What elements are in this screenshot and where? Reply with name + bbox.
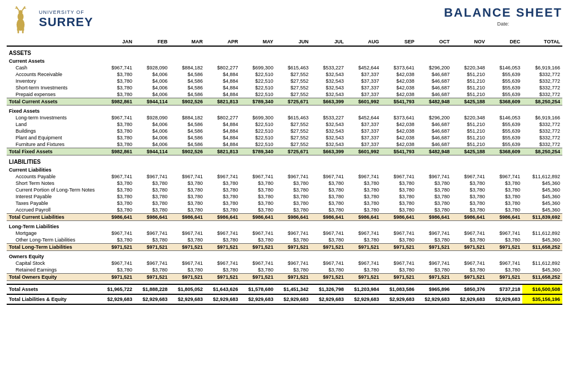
cash-label: Cash	[7, 64, 99, 71]
pe-label: Plant and Equipment	[7, 134, 99, 141]
mortgage-label: Mortgage	[7, 230, 99, 237]
accrued-label: Accrued Payroll	[7, 207, 99, 214]
current-assets-subheader: Current Assets	[7, 57, 562, 64]
page-header: UNIVERSITY OF SURREY BALANCE SHEET Date:	[7, 6, 562, 33]
ip-label: Interest Payable	[7, 193, 99, 200]
col-nov: NOV	[452, 38, 487, 46]
lt-investments-row: Long-term Investments $967,741 $928,090 …	[7, 114, 562, 121]
col-dec: DEC	[487, 38, 522, 46]
prepaid-row: Prepaid expenses $3,780 $4,006 $4,586 $4…	[7, 91, 562, 98]
page-title: BALANCE SHEET	[444, 6, 562, 20]
mortgage-row: Mortgage $967,741 $967,741 $967,741 $967…	[7, 230, 562, 237]
land-row: Land $3,780 $4,006 $4,586 $4,884 $22,510…	[7, 121, 562, 128]
svg-point-2	[18, 10, 22, 14]
col-sep: SEP	[381, 38, 416, 46]
accounts-payable-row: Accounts Payable $967,741 $967,741 $967,…	[7, 173, 562, 180]
interest-payable-row: Interest Payable $3,780 $3,780 $3,780 $3…	[7, 193, 562, 200]
logo-text: UNIVERSITY OF SURREY	[39, 9, 93, 29]
column-headers: JAN FEB MAR APR MAY JUN JUL AUG SEP OCT …	[7, 38, 562, 46]
equity-section-header: Owners Equity	[7, 251, 562, 260]
total-current-liab-row: Total Current Liabilities $986,641 $986,…	[7, 214, 562, 221]
col-feb: FEB	[134, 38, 169, 46]
total-fixed-assets-row: Total Fixed Assets $982,861 $944,114 $90…	[7, 148, 562, 155]
col-apr: APR	[205, 38, 240, 46]
svg-rect-12	[23, 28, 24, 31]
other-lt-liab-row: Other Long-Term Liabilities $3,780 $3,78…	[7, 237, 562, 244]
university-label: UNIVERSITY OF	[39, 9, 93, 15]
cs-label: Capital Stock	[7, 260, 99, 267]
ap-label: Accounts Payable	[7, 173, 99, 180]
tp-label: Taxes Payable	[7, 200, 99, 207]
ta-label: Total Assets	[7, 284, 99, 294]
col-jul: JUL	[311, 38, 346, 46]
col-total: TOTAL	[522, 38, 562, 46]
deer-logo-icon	[7, 6, 34, 33]
toe-label: Total Owners Equity	[7, 274, 99, 281]
total-current-assets-row: Total Current Assets $982,861 $944,114 $…	[7, 98, 562, 105]
col-jan: JAN	[99, 38, 134, 46]
furniture-label: Furniture and Fixtures	[7, 141, 99, 148]
total-assets-row: Total Assets $1,965,722 $1,888,228 $1,80…	[7, 284, 562, 294]
col-oct: OCT	[417, 38, 452, 46]
re-label: Retained Earnings	[7, 267, 99, 274]
taxes-payable-row: Taxes Payable $3,780 $3,780 $3,780 $3,78…	[7, 200, 562, 207]
tcl-label: Total Current Liabilities	[7, 214, 99, 221]
surrey-label: SURREY	[39, 15, 93, 29]
buildings-label: Buildings	[7, 128, 99, 134]
tle-label: Total Liabilities & Equity	[7, 294, 99, 304]
lt-liab-subheader: Long-Term Liabilities	[7, 221, 562, 230]
balance-sheet-table: JAN FEB MAR APR MAY JUN JUL AUG SEP OCT …	[7, 38, 562, 305]
furniture-row: Furniture and Fixtures $3,780 $4,006 $4,…	[7, 141, 562, 148]
retained-earnings-row: Retained Earnings $3,780 $3,780 $3,780 $…	[7, 267, 562, 274]
accounts-receivable-row: Accounts Receivable $3,780 $4,006 $4,586…	[7, 71, 562, 78]
buildings-row: Buildings $3,780 $4,006 $4,586 $4,884 $2…	[7, 128, 562, 134]
accrued-payroll-row: Accrued Payroll $3,780 $3,780 $3,780 $3,…	[7, 207, 562, 214]
stn-label: Short Term Notes	[7, 180, 99, 187]
col-header-label	[7, 38, 99, 46]
col-may: MAY	[240, 38, 275, 46]
date-label: Date:	[444, 21, 562, 27]
col-jun: JUN	[276, 38, 311, 46]
tca-label: Total Current Assets	[7, 98, 99, 105]
tfa-label: Total Fixed Assets	[7, 148, 99, 155]
ar-label: Accounts Receivable	[7, 71, 99, 78]
title-area: BALANCE SHEET Date:	[444, 6, 562, 27]
cash-row: Cash $967,741 $928,090 $884,182 $802,277…	[7, 64, 562, 71]
total-lt-liab-row: Total Long-Term Liabilities $971,521 $97…	[7, 244, 562, 251]
assets-section-header: ASSETS	[7, 46, 562, 57]
svg-rect-11	[17, 28, 19, 31]
plant-equipment-row: Plant and Equipment $3,780 $4,006 $4,586…	[7, 134, 562, 141]
inventory-label: Inventory	[7, 78, 99, 84]
logo-area: UNIVERSITY OF SURREY	[7, 6, 93, 33]
land-label: Land	[7, 121, 99, 128]
total-equity-row: Total Owners Equity $971,521 $971,521 $9…	[7, 274, 562, 281]
prepaid-label: Prepaid expenses	[7, 91, 99, 98]
col-mar: MAR	[169, 38, 204, 46]
current-lt-notes-row: Current Portion of Long-Term Notes $3,78…	[7, 187, 562, 193]
col-aug: AUG	[346, 38, 381, 46]
liabilities-section-header: LIABILITIES	[7, 155, 562, 166]
total-liab-equity-row: Total Liabilities & Equity $2,929,683 $2…	[7, 294, 562, 304]
sti-label: Short-term Investments	[7, 84, 99, 91]
capital-stock-row: Capital Stock $967,741 $967,741 $967,741…	[7, 260, 562, 267]
short-term-inv-row: Short-term Investments $3,780 $4,006 $4,…	[7, 84, 562, 91]
short-term-notes-row: Short Term Notes $3,780 $3,780 $3,780 $3…	[7, 180, 562, 187]
cltn-label: Current Portion of Long-Term Notes	[7, 187, 99, 193]
inventory-row: Inventory $3,780 $4,006 $4,586 $4,884 $2…	[7, 78, 562, 84]
tll-label: Total Long-Term Liabilities	[7, 244, 99, 251]
oll-label: Other Long-Term Liabilities	[7, 237, 99, 244]
fixed-assets-subheader: Fixed Assets	[7, 105, 562, 115]
lti-label: Long-term Investments	[7, 114, 99, 121]
current-liab-subheader: Current Liabilities	[7, 165, 562, 173]
